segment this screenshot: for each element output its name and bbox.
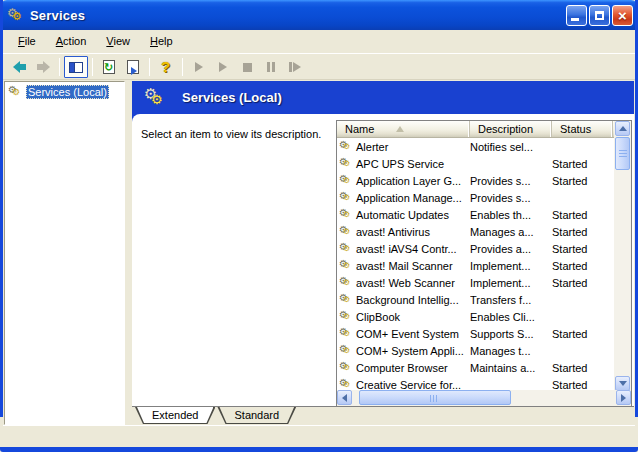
scroll-down-button[interactable]: [615, 376, 630, 391]
toolbar-separator: [182, 58, 183, 76]
services-list: Name Description Status ⚙⚙: [336, 120, 632, 407]
scroll-up-button[interactable]: [615, 121, 630, 136]
service-name: COM+ Event System: [356, 328, 459, 340]
window-title: Services: [30, 8, 566, 23]
service-gears-icon: ⚙⚙: [339, 344, 353, 357]
stop-service-button: [235, 56, 259, 78]
tree-item-services-local[interactable]: ⚙⚙ Services (Local): [6, 85, 123, 99]
scroll-right-button[interactable]: [616, 390, 631, 405]
refresh-icon: [103, 60, 115, 74]
view-tab[interactable]: Standard: [217, 407, 296, 424]
service-gears-icon: ⚙⚙: [339, 191, 353, 204]
vertical-scroll-thumb[interactable]: [615, 137, 630, 170]
service-gears-icon: ⚙⚙: [339, 310, 353, 323]
menu-item[interactable]: View: [96, 32, 140, 51]
scroll-left-button[interactable]: [337, 390, 352, 405]
service-gears-icon: ⚙⚙: [339, 293, 353, 306]
service-row[interactable]: ⚙⚙ Application Layer G... Provides s... …: [337, 172, 614, 189]
export-list-icon: [127, 60, 139, 74]
service-row[interactable]: ⚙⚙ Application Manage... Provides s...: [337, 189, 614, 206]
service-status: Started: [552, 175, 613, 187]
service-status: Started: [552, 328, 613, 340]
service-status: Started: [552, 226, 613, 238]
close-button[interactable]: ×: [612, 5, 633, 26]
arrow-up-icon: [619, 126, 627, 131]
service-gears-icon: ⚙⚙: [339, 242, 353, 255]
service-row[interactable]: ⚙⚙ COM+ Event System Supports S... Start…: [337, 325, 614, 342]
console-tree-pane: ⚙⚙ Services (Local): [4, 81, 125, 425]
service-description: Notifies sel...: [470, 141, 552, 153]
pause-service-icon: [267, 62, 275, 72]
service-row[interactable]: ⚙⚙ avast! Antivirus Manages a... Started: [337, 223, 614, 240]
tree-item-label: Services (Local): [26, 85, 109, 99]
service-row[interactable]: ⚙⚙ avast! Mail Scanner Implement... Star…: [337, 257, 614, 274]
service-name: avast! Web Scanner: [356, 277, 455, 289]
service-description: Provides s...: [470, 175, 552, 187]
list-header: Name Description Status: [337, 121, 631, 138]
service-row[interactable]: ⚙⚙ COM+ System Appli... Manages t...: [337, 342, 614, 359]
resume-service-icon: [219, 62, 227, 72]
close-icon: ×: [618, 8, 627, 23]
toolbar: ?: [3, 55, 635, 80]
menu-bar: FileActionViewHelp: [3, 30, 635, 54]
resume-service-button: [211, 56, 235, 78]
service-row[interactable]: ⚙⚙ Automatic Updates Enables th... Start…: [337, 206, 614, 223]
tab-label: Extended: [152, 407, 198, 423]
service-name: Application Manage...: [356, 192, 462, 204]
pane-content: Select an item to view its description. …: [132, 114, 634, 407]
forward-button: [31, 56, 55, 78]
service-row[interactable]: ⚙⚙ Alerter Notifies sel...: [337, 138, 614, 155]
toolbar-separator: [59, 58, 60, 76]
menu-item[interactable]: Help: [140, 32, 183, 51]
service-description: Enables Cli...: [470, 311, 552, 323]
horizontal-scrollbar[interactable]: [337, 390, 631, 406]
service-gears-icon: ⚙⚙: [339, 327, 353, 340]
view-tab[interactable]: Extended: [135, 407, 215, 424]
service-name: avast! Antivirus: [356, 226, 430, 238]
help-button[interactable]: ?: [154, 56, 178, 78]
help-icon: ?: [159, 59, 173, 75]
horizontal-scroll-thumb[interactable]: [359, 390, 511, 405]
vertical-scrollbar[interactable]: [614, 121, 631, 391]
service-name: avast! Mail Scanner: [356, 260, 453, 272]
status-bar: [3, 425, 635, 447]
stop-service-icon: [243, 63, 252, 72]
show-hide-console-tree-icon: [69, 62, 83, 73]
maximize-button[interactable]: [589, 5, 610, 26]
restart-service-icon: [289, 62, 301, 72]
service-row[interactable]: ⚙⚙ Computer Browser Maintains a... Start…: [337, 359, 614, 376]
minimize-button[interactable]: [566, 5, 587, 26]
export-list-button[interactable]: [121, 56, 145, 78]
service-name: Computer Browser: [356, 362, 448, 374]
restart-service-button: [283, 56, 307, 78]
service-description: Enables th...: [470, 209, 552, 221]
forward-icon: [37, 61, 50, 73]
menu-item[interactable]: Action: [46, 32, 97, 51]
service-row[interactable]: ⚙⚙ Background Intellig... Transfers f...: [337, 291, 614, 308]
service-gears-icon: ⚙⚙: [339, 259, 353, 272]
column-header-status[interactable]: Status: [552, 121, 613, 137]
refresh-button[interactable]: [97, 56, 121, 78]
service-name: avast! iAVS4 Contr...: [356, 243, 457, 255]
menu-item[interactable]: File: [8, 32, 46, 51]
service-description: Supports S...: [470, 328, 552, 340]
service-row[interactable]: ⚙⚙ avast! Web Scanner Implement... Start…: [337, 274, 614, 291]
service-status: Started: [552, 379, 613, 391]
service-row[interactable]: ⚙⚙ Creative Service for... Started: [337, 376, 614, 391]
tab-label: Standard: [234, 407, 279, 423]
service-row[interactable]: ⚙⚙ ClipBook Enables Cli...: [337, 308, 614, 325]
column-header-description[interactable]: Description: [470, 121, 552, 137]
window-border-left: [0, 0, 3, 417]
title-bar[interactable]: ⚙⚙ Services ×: [0, 0, 638, 30]
column-header-name[interactable]: Name: [337, 121, 470, 137]
back-button[interactable]: [7, 56, 31, 78]
service-description: Implement...: [470, 277, 552, 289]
service-name: Creative Service for...: [356, 379, 461, 391]
service-name: COM+ System Appli...: [356, 345, 464, 357]
service-name: Application Layer G...: [356, 175, 461, 187]
service-row[interactable]: ⚙⚙ avast! iAVS4 Contr... Provides a... S…: [337, 240, 614, 257]
service-status: Started: [552, 243, 613, 255]
service-row[interactable]: ⚙⚙ APC UPS Service Started: [337, 155, 614, 172]
arrow-down-icon: [619, 381, 627, 386]
show-hide-console-tree-button[interactable]: [64, 56, 88, 78]
